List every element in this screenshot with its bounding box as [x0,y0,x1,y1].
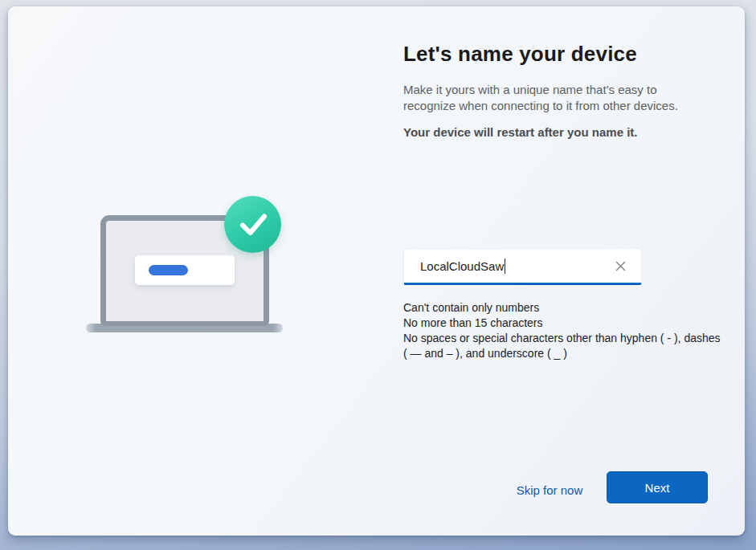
page-subtitle: Make it yours with a unique name that's … [403,82,705,114]
device-illustration [8,6,345,368]
device-name-input[interactable]: LocalCloudSaw [403,248,642,285]
laptop-screen-card [135,255,235,285]
device-name-value: LocalCloudSaw [420,259,504,273]
oobe-background: { "page": { "title": "Let's name your de… [0,0,756,550]
page-title: Let's name your device [403,42,637,67]
clear-input-button[interactable] [611,256,630,275]
restart-note: Your device will restart after you name … [403,125,717,139]
laptop-screen-name-bar [149,265,188,275]
text-cursor [505,259,505,274]
rule-max-length: No more than 15 characters [403,316,723,331]
skip-for-now-link[interactable]: Skip for now [501,480,598,499]
rule-special-chars: No spaces or special characters other th… [403,331,723,361]
rule-only-numbers: Can't contain only numbers [403,300,723,316]
oobe-panel: Let's name your device Make it yours wit… [8,6,745,536]
checkmark-badge [224,196,281,253]
close-icon [615,260,627,272]
next-button[interactable]: Next [607,471,708,503]
naming-rules: Can't contain only numbers No more than … [403,300,723,361]
checkmark-icon [224,196,281,253]
